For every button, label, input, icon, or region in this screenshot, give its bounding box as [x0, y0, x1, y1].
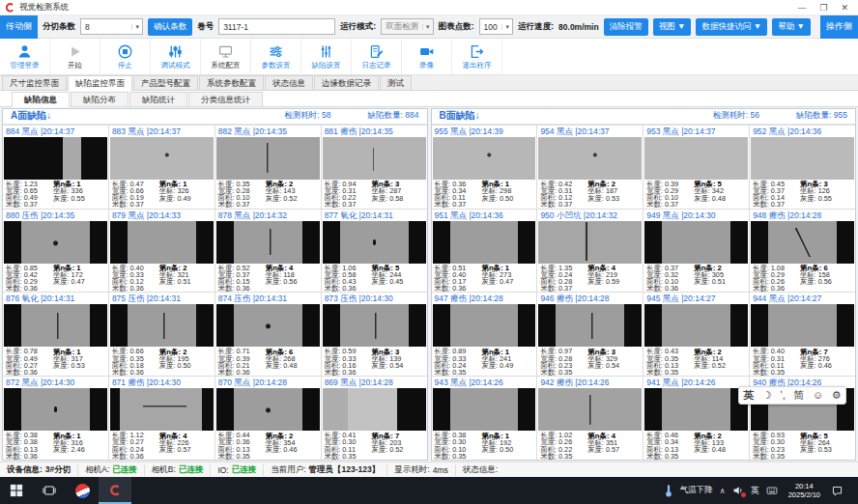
start-menu-button[interactable]: [0, 477, 33, 504]
defect-settings-button[interactable]: 缺陷设置: [301, 39, 352, 74]
slit-count-select[interactable]: 8 ▼: [80, 18, 143, 35]
defect-cell[interactable]: 874 压伤 |20:14:31长度: 0.71宽度: 0.39面积: 0.21…: [215, 293, 321, 376]
panel-b-title[interactable]: B面缺陷↓: [440, 109, 676, 123]
defect-cell[interactable]: 944 黑点 |20:14:27长度: 0.40宽度: 0.31面积: 0.11…: [750, 293, 855, 376]
defect-thumbnail[interactable]: [4, 304, 107, 347]
defect-thumbnail[interactable]: [323, 304, 426, 347]
ime-emoji-icon[interactable]: ☺: [813, 387, 823, 404]
minimize-button[interactable]: —: [797, 1, 806, 14]
taskbar-app-mail[interactable]: [66, 477, 99, 504]
ime-language-tray[interactable]: 英: [751, 485, 759, 497]
defect-thumbnail[interactable]: [751, 221, 854, 264]
defect-thumbnail[interactable]: [110, 388, 214, 431]
log-record-button[interactable]: 日志记录: [352, 39, 402, 74]
defect-thumbnail[interactable]: [644, 221, 748, 264]
exit-program-button[interactable]: 退出程序: [452, 39, 502, 74]
sub-tab[interactable]: 分类信息统计: [188, 92, 263, 106]
ime-lang-indicator[interactable]: 英: [743, 387, 754, 404]
defect-cell[interactable]: 883 黑点 |20:14:37长度: 0.47宽度: 0.66面积: 0.19…: [109, 126, 214, 209]
roll-number-input[interactable]: [218, 18, 335, 35]
ime-toolbar[interactable]: 英 ☽ ’, 简 ☺ ⚙: [738, 386, 846, 405]
defect-thumbnail[interactable]: [323, 221, 426, 264]
defect-cell[interactable]: 877 氧化 |20:14:31长度: 1.06宽度: 0.58面积: 0.43…: [322, 210, 427, 293]
defect-cell[interactable]: 954 黑点 |20:14:37长度: 0.42宽度: 0.31面积: 0.12…: [537, 126, 643, 209]
defect-thumbnail[interactable]: [323, 388, 426, 431]
view-menu-button[interactable]: 视图 ▼: [653, 18, 692, 36]
defect-cell[interactable]: 884 黑点 |20:14:37长度: 1.23宽度: 0.65面积: 0.49…: [3, 126, 108, 209]
start-button[interactable]: 开始: [50, 39, 100, 74]
defect-thumbnail[interactable]: [751, 304, 854, 347]
sub-tab[interactable]: 缺陷信息: [12, 92, 70, 107]
defect-cell[interactable]: 882 黑点 |20:14:35长度: 0.35宽度: 0.28面积: 0.10…: [215, 126, 321, 209]
ime-moon-icon[interactable]: ☽: [762, 387, 772, 404]
notification-center-icon[interactable]: [831, 485, 844, 497]
defect-cell[interactable]: 876 氧化 |20:14:31长度: 0.78宽度: 0.49面积: 0.27…: [3, 293, 108, 376]
defect-thumbnail[interactable]: [538, 388, 642, 431]
defect-thumbnail[interactable]: [110, 304, 214, 347]
main-tab[interactable]: 系统参数配置: [199, 75, 264, 90]
defect-thumbnail[interactable]: [110, 137, 214, 180]
defect-cell[interactable]: 945 黑点 |20:14:27长度: 0.43宽度: 0.35面积: 0.13…: [644, 293, 749, 376]
panel-a-title[interactable]: A面缺陷↓: [11, 109, 247, 123]
data-access-menu-button[interactable]: 数据快捷访问 ▼: [696, 18, 767, 36]
defect-thumbnail[interactable]: [644, 304, 748, 347]
defect-cell[interactable]: 949 黑点 |20:14:30长度: 0.37宽度: 0.32面积: 0.10…: [644, 210, 749, 293]
defect-cell[interactable]: 872 黑点 |20:14:30长度: 0.38宽度: 0.38面积: 0.13…: [3, 377, 108, 460]
defect-cell[interactable]: 881 擦伤 |20:14:35长度: 0.94宽度: 0.31面积: 0.22…: [322, 126, 427, 209]
defect-thumbnail[interactable]: [644, 388, 748, 431]
defect-cell[interactable]: 871 擦伤 |20:14:30长度: 1.12宽度: 0.27面积: 0.24…: [109, 377, 214, 460]
defect-cell[interactable]: 869 黑点 |20:14:28长度: 0.41宽度: 0.30面积: 0.11…: [322, 377, 427, 460]
confirm-count-button[interactable]: 确认条数: [148, 18, 192, 36]
stop-button[interactable]: 停止: [100, 39, 151, 74]
defect-cell[interactable]: 955 黑点 |20:14:39长度: 0.36宽度: 0.34面积: 0.11…: [432, 126, 537, 209]
debug-mode-button[interactable]: 调试模式: [151, 39, 201, 74]
defect-cell[interactable]: 952 黑点 |20:14:36长度: 0.45宽度: 0.37面积: 0.14…: [750, 126, 855, 209]
clear-alarm-button[interactable]: 清除报警: [604, 18, 648, 36]
defect-thumbnail[interactable]: [323, 137, 426, 180]
defect-thumbnail[interactable]: [216, 304, 320, 347]
close-button[interactable]: ✕: [841, 1, 848, 14]
defect-thumbnail[interactable]: [644, 137, 748, 180]
maximize-button[interactable]: ❐: [819, 1, 827, 14]
defect-thumbnail[interactable]: [4, 388, 107, 431]
operate-side-button[interactable]: 操作侧: [820, 15, 858, 39]
main-tab[interactable]: 产品型号配置: [133, 75, 198, 90]
defect-cell[interactable]: 873 压伤 |20:14:30长度: 0.59宽度: 0.33面积: 0.16…: [322, 293, 427, 376]
defect-cell[interactable]: 948 擦伤 |20:14:28长度: 1.08宽度: 0.29面积: 0.26…: [750, 210, 855, 293]
parameter-settings-button[interactable]: 参数设置: [251, 39, 301, 74]
ime-settings-icon[interactable]: ⚙: [832, 387, 842, 404]
sub-tab[interactable]: 缺陷分布: [71, 92, 129, 106]
system-config-button[interactable]: 系统配置: [201, 39, 251, 74]
admin-login-button[interactable]: 管理登录: [0, 39, 50, 74]
defect-cell[interactable]: 950 小凹坑 |20:14:32长度: 1.35宽度: 0.24面积: 0.2…: [537, 210, 643, 293]
defect-cell[interactable]: 941 黑点 |20:14:26长度: 0.46宽度: 0.34面积: 0.13…: [644, 377, 749, 460]
help-menu-button[interactable]: 帮助 ▼: [772, 18, 811, 36]
defect-cell[interactable]: 879 黑点 |20:14:33长度: 0.40宽度: 0.33面积: 0.12…: [109, 210, 214, 293]
defect-thumbnail[interactable]: [538, 137, 642, 180]
taskbar-clock[interactable]: 20:14 2025/2/10: [785, 482, 824, 499]
task-view-button[interactable]: [33, 477, 66, 504]
chart-points-select[interactable]: 100 ▼: [479, 18, 514, 35]
defect-thumbnail[interactable]: [216, 221, 320, 264]
defect-cell[interactable]: 947 擦伤 |20:14:28长度: 0.89宽度: 0.33面积: 0.24…: [432, 293, 537, 376]
defect-thumbnail[interactable]: [110, 221, 214, 264]
defect-cell[interactable]: 942 擦伤 |20:14:26长度: 1.02宽度: 0.26面积: 0.22…: [537, 377, 643, 460]
defect-cell[interactable]: 951 黑点 |20:14:36长度: 0.51宽度: 0.40面积: 0.17…: [432, 210, 537, 293]
defect-thumbnail[interactable]: [433, 304, 536, 347]
defect-cell[interactable]: 875 压伤 |20:14:31长度: 0.66宽度: 0.35面积: 0.18…: [109, 293, 214, 376]
main-tab[interactable]: 边缘数据记录: [314, 75, 379, 90]
defect-cell[interactable]: 946 擦伤 |20:14:28长度: 0.97宽度: 0.28面积: 0.23…: [537, 293, 643, 376]
run-mode-select[interactable]: 双面检测 ▼: [381, 18, 434, 35]
defect-thumbnail[interactable]: [216, 388, 320, 431]
defect-cell[interactable]: 880 压伤 |20:14:35长度: 0.85宽度: 0.42面积: 0.29…: [3, 210, 108, 293]
touch-keyboard-icon[interactable]: [766, 485, 778, 496]
defect-thumbnail[interactable]: [433, 221, 536, 264]
main-tab[interactable]: 尺寸监控界面: [2, 75, 67, 90]
defect-thumbnail[interactable]: [538, 221, 642, 264]
defect-cell[interactable]: 953 黑点 |20:14:37长度: 0.39宽度: 0.29面积: 0.10…: [644, 126, 749, 209]
drive-side-button[interactable]: 传动侧: [0, 15, 38, 39]
taskbar-app-vision-system[interactable]: [99, 477, 131, 504]
defect-cell[interactable]: 870 黑点 |20:14:28长度: 0.44宽度: 0.36面积: 0.13…: [215, 377, 321, 460]
defect-thumbnail[interactable]: [538, 304, 642, 347]
record-video-button[interactable]: 录像: [402, 39, 452, 74]
